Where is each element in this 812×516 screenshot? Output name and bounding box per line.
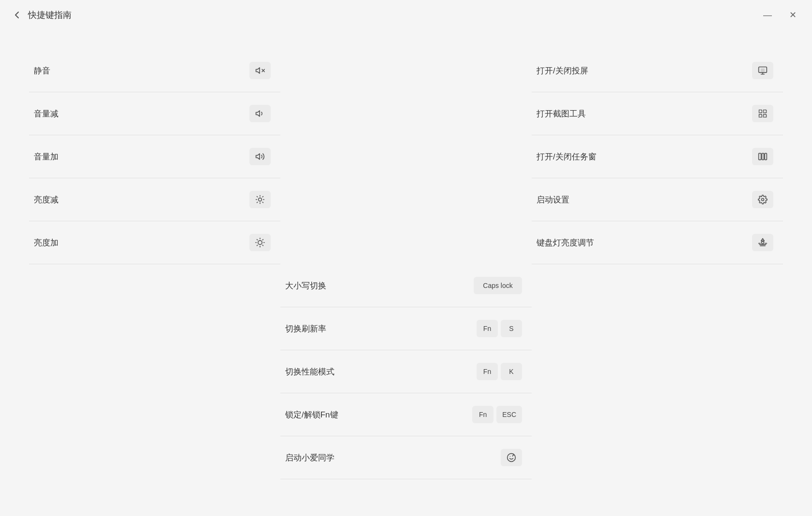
shortcut-item: 启动设置 bbox=[532, 178, 783, 221]
svg-marker-3 bbox=[256, 111, 260, 116]
shortcut-label: 打开/关闭投屏 bbox=[536, 65, 588, 76]
title-left: 快捷键指南 bbox=[12, 9, 72, 21]
key-indicator bbox=[752, 105, 773, 122]
svg-rect-32 bbox=[762, 153, 764, 159]
svg-line-13 bbox=[262, 197, 263, 197]
back-icon bbox=[12, 10, 22, 20]
shortcut-label: 打开截图工具 bbox=[536, 108, 586, 119]
key-badge: Fn bbox=[477, 320, 498, 337]
shortcut-item: 锁定/解锁Fn键FnESC bbox=[280, 393, 532, 436]
shortcut-item: 静音 bbox=[29, 49, 280, 92]
shortcut-item: 音量减 bbox=[29, 92, 280, 135]
shortcut-label: 键盘灯亮度调节 bbox=[536, 237, 594, 248]
shortcut-label: 亮度加 bbox=[34, 237, 58, 248]
minimize-button[interactable]: — bbox=[759, 8, 776, 22]
key-indicator bbox=[249, 234, 271, 251]
shortcut-label: 切换刷新率 bbox=[285, 323, 326, 334]
column-0: 静音音量减音量加亮度减亮度加 bbox=[29, 49, 280, 264]
key-indicator bbox=[249, 191, 271, 208]
svg-line-8 bbox=[257, 197, 258, 197]
shortcut-item: 亮度减 bbox=[29, 178, 280, 221]
svg-point-35 bbox=[762, 242, 764, 244]
shortcut-label: 亮度减 bbox=[34, 194, 58, 205]
key-indicator bbox=[501, 449, 522, 466]
svg-line-12 bbox=[257, 202, 258, 202]
key-indicator: FnESC bbox=[472, 406, 522, 423]
shortcut-item: 亮度加 bbox=[29, 221, 280, 264]
svg-point-14 bbox=[258, 241, 262, 244]
shortcut-item: 切换性能模式FnK bbox=[280, 350, 532, 393]
key-badge: Fn bbox=[472, 406, 493, 423]
svg-line-22 bbox=[262, 240, 263, 240]
svg-line-9 bbox=[262, 202, 263, 202]
shortcut-label: 音量减 bbox=[34, 108, 58, 119]
svg-rect-29 bbox=[764, 115, 767, 117]
svg-rect-27 bbox=[759, 110, 762, 113]
svg-marker-4 bbox=[256, 154, 260, 159]
key-indicator bbox=[752, 191, 773, 208]
column-2: 大小写切换Caps lock切换刷新率FnS切换性能模式FnK锁定/解锁Fn键F… bbox=[280, 264, 532, 479]
title-bar: 快捷键指南 — ✕ bbox=[0, 0, 812, 30]
shortcut-grid: 静音音量减音量加亮度减亮度加打开/关闭投屏打开截图工具打开/关闭任务窗启动设置键… bbox=[29, 49, 783, 479]
shortcut-label: 音量加 bbox=[34, 151, 58, 162]
shortcut-label: 打开/关闭任务窗 bbox=[536, 151, 596, 162]
svg-line-21 bbox=[257, 245, 258, 245]
back-button[interactable] bbox=[12, 10, 22, 20]
key-indicator bbox=[752, 62, 773, 79]
key-indicator bbox=[249, 62, 271, 79]
key-indicator: Caps lock bbox=[474, 277, 522, 294]
svg-line-18 bbox=[262, 245, 263, 245]
key-indicator bbox=[249, 105, 271, 122]
key-badge: S bbox=[501, 320, 522, 337]
key-indicator: FnK bbox=[477, 363, 522, 380]
shortcut-item: 键盘灯亮度调节 bbox=[532, 221, 783, 264]
key-indicator bbox=[752, 234, 773, 251]
shortcut-label: 启动小爱同学 bbox=[285, 452, 334, 463]
svg-point-5 bbox=[259, 198, 262, 201]
key-indicator bbox=[249, 148, 271, 165]
shortcut-label: 静音 bbox=[34, 65, 50, 76]
shortcut-item: 启动小爱同学 bbox=[280, 436, 532, 479]
svg-marker-0 bbox=[256, 68, 260, 73]
shortcut-item: 大小写切换Caps lock bbox=[280, 264, 532, 307]
shortcut-item: 切换刷新率FnS bbox=[280, 307, 532, 350]
shortcut-label: 启动设置 bbox=[536, 194, 569, 205]
shortcut-label: 切换性能模式 bbox=[285, 366, 334, 377]
page-title: 快捷键指南 bbox=[28, 9, 72, 21]
key-badge: Fn bbox=[477, 363, 498, 380]
shortcut-item: 音量加 bbox=[29, 135, 280, 178]
svg-rect-24 bbox=[761, 69, 765, 72]
column-1: 打开/关闭投屏打开截图工具打开/关闭任务窗启动设置键盘灯亮度调节 bbox=[532, 49, 783, 264]
shortcut-label: 锁定/解锁Fn键 bbox=[285, 409, 338, 420]
main-content: 静音音量减音量加亮度减亮度加打开/关闭投屏打开截图工具打开/关闭任务窗启动设置键… bbox=[0, 30, 812, 499]
shortcut-item: 打开/关闭投屏 bbox=[532, 49, 783, 92]
key-indicator bbox=[752, 148, 773, 165]
shortcut-label: 大小写切换 bbox=[285, 280, 326, 291]
shortcut-item: 打开/关闭任务窗 bbox=[532, 135, 783, 178]
key-indicator: FnS bbox=[477, 320, 522, 337]
key-badge: K bbox=[501, 363, 522, 380]
svg-rect-31 bbox=[759, 153, 761, 159]
key-badge: ESC bbox=[496, 406, 522, 423]
svg-point-34 bbox=[762, 199, 764, 201]
svg-line-17 bbox=[257, 240, 258, 240]
window-controls: — ✕ bbox=[759, 8, 800, 22]
svg-rect-28 bbox=[764, 110, 767, 113]
svg-rect-33 bbox=[765, 153, 767, 159]
svg-rect-30 bbox=[759, 115, 762, 117]
close-button[interactable]: ✕ bbox=[785, 8, 800, 22]
shortcut-item: 打开截图工具 bbox=[532, 92, 783, 135]
